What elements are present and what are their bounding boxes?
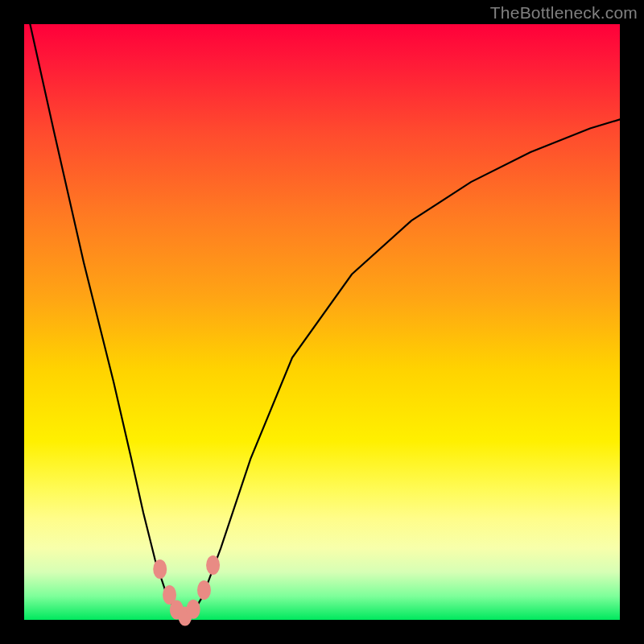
plot-area: [24, 24, 620, 620]
chart-frame: TheBottleneck.com: [0, 0, 644, 644]
watermark-text: TheBottleneck.com: [490, 3, 638, 23]
curve-svg: [24, 24, 620, 620]
curve-marker: [187, 600, 200, 619]
curve-marker: [153, 559, 167, 579]
curve-marker: [206, 555, 220, 575]
bottleneck-curve: [30, 24, 620, 617]
curve-markers: [153, 555, 220, 626]
curve-marker: [197, 580, 211, 600]
